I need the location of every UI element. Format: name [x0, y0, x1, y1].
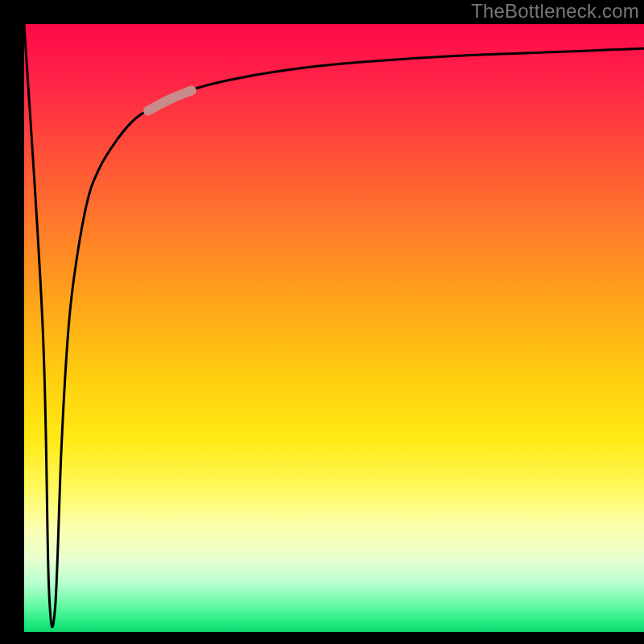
chart-frame: TheBottleneck.com	[0, 0, 644, 644]
highlight-segment-path	[148, 90, 192, 110]
plot-area	[24, 24, 644, 632]
watermark-text: TheBottleneck.com	[471, 0, 639, 23]
bottleneck-curve-path	[24, 24, 644, 627]
curve-layer	[24, 24, 644, 632]
